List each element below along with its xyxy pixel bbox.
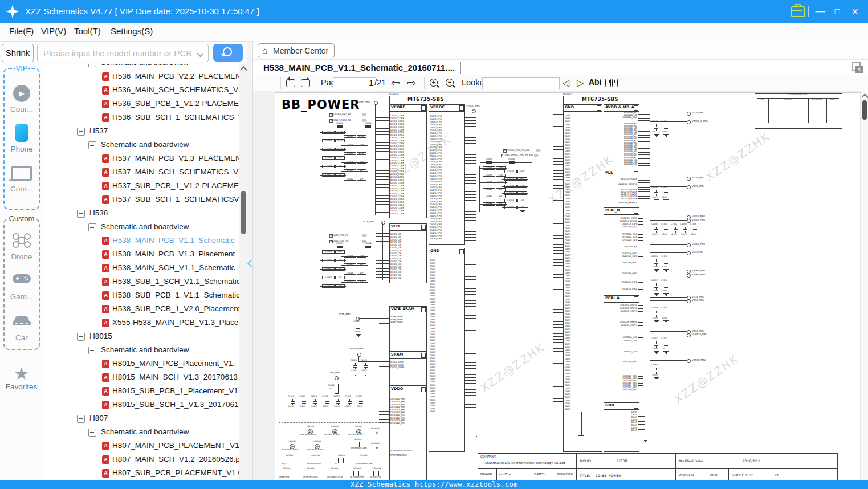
maximize-button[interactable]: □: [829, 3, 845, 19]
search-prev-icon[interactable]: ◁: [563, 78, 569, 88]
sidebar-item-car[interactable]: [5, 314, 39, 330]
tree-item[interactable]: Schematic and boardview: [43, 425, 239, 439]
tree-item-label[interactable]: H538_MAIN_PCB_V1.1_Schematic: [112, 234, 235, 247]
close-button[interactable]: ×: [847, 3, 863, 19]
minimize-button[interactable]: —: [812, 3, 828, 19]
tree-item[interactable]: Schematic and boardview: [43, 138, 239, 152]
sidebar-item-computer[interactable]: [5, 166, 39, 183]
tree-item-label[interactable]: H537_SUB_SCH_1_SCHEMATICSV1: [112, 193, 239, 206]
tree-scrollbar-thumb[interactable]: [241, 191, 246, 234]
tree-item[interactable]: AH8015_SUB_PCB_1_Placement_V1: [43, 384, 239, 398]
tree-item[interactable]: AH8015_MAIN_SCH_V1.3_20170613: [43, 370, 239, 384]
tree-item-label[interactable]: H807_MAIN_SCH_V1.2_20160526.p: [112, 453, 239, 466]
tree-item-label[interactable]: H538_MAIN_SCH_V1.1_Schematic: [112, 261, 235, 275]
collapse-icon[interactable]: [77, 128, 85, 136]
tree-item-label[interactable]: H536_MAIN_PCB_V2.2_PLACEMENT: [112, 70, 239, 83]
sidebar-item-course[interactable]: ▶: [5, 85, 39, 102]
viewer-scrollbar[interactable]: [860, 91, 868, 480]
shrink-button[interactable]: Shrink: [2, 44, 34, 62]
lookup-input[interactable]: [482, 77, 560, 89]
panel-splitter[interactable]: [247, 42, 252, 489]
tree-item[interactable]: AH807_MAIN_PCB_PLACEMENT_V1: [43, 439, 239, 453]
tree-item-label[interactable]: Schematic and boardview: [101, 64, 189, 70]
tree-item[interactable]: Schematic and boardview: [43, 64, 239, 70]
tree-item-label[interactable]: Schematic and boardview: [101, 425, 189, 439]
tree-item-label[interactable]: H538_SUB_PCB_1_V2.0_Placement: [112, 302, 239, 316]
tree-item[interactable]: AX555-H538_MAIN_PCB_V1.3_Place: [43, 316, 239, 329]
tree-item-label[interactable]: Schematic and boardview: [101, 220, 189, 234]
scroll-up-icon[interactable]: [240, 66, 247, 74]
tree-item[interactable]: AH538_MAIN_PCB_V1.3_Placement: [43, 247, 239, 261]
tree-item-label[interactable]: H537_SUB_PCB_1_V1.2-PLACEMEN: [112, 179, 239, 193]
tree-item[interactable]: AH536_MAIN_SCH_SCHEMATICS_V: [43, 83, 239, 97]
sidebar-item-favorites[interactable]: ★: [0, 365, 43, 382]
sidebar-item-favorites-label[interactable]: Favorites: [0, 382, 43, 391]
sidebar-item-phone-label[interactable]: Phone: [5, 145, 39, 153]
tree-item-label[interactable]: H8015_SUB_PCB_1_Placement_V1: [112, 384, 238, 398]
collapse-icon[interactable]: [88, 64, 96, 67]
two-page-view-icon[interactable]: [259, 78, 267, 88]
tree-item[interactable]: AH536_SUB_PCB_1_V1.2-PLACEMEN: [43, 97, 239, 111]
sidebar-item-game[interactable]: [5, 272, 39, 287]
chevron-down-icon[interactable]: [197, 50, 204, 58]
tree-item-label[interactable]: H536_SUB_PCB_1_V1.2-PLACEMEN: [112, 97, 239, 111]
toolbox-icon[interactable]: [791, 6, 805, 17]
tree-item[interactable]: AH538_SUB_PCB_1_V1.1_Schematic: [43, 288, 239, 302]
tree-item-label[interactable]: H536_SUB_SCH_1_SCHEMATICS_V: [112, 111, 239, 124]
rotate-right-icon[interactable]: [301, 79, 310, 87]
collapse-icon[interactable]: [77, 333, 85, 341]
tree-scrollbar[interactable]: [239, 64, 247, 489]
tree-item[interactable]: AH536_MAIN_PCB_V2.2_PLACEMENT: [43, 70, 239, 83]
search-button[interactable]: [213, 44, 243, 62]
binoculars-icon[interactable]: [605, 79, 618, 87]
tree-item[interactable]: AH537_SUB_SCH_1_SCHEMATICSV1: [43, 193, 239, 206]
rotate-left-icon[interactable]: [286, 79, 295, 87]
tree-item[interactable]: H538: [43, 206, 239, 220]
sidebar-item-car-label[interactable]: Car: [5, 333, 39, 342]
tree-item-label[interactable]: Schematic and boardview: [101, 343, 189, 357]
zoom-in-icon[interactable]: +: [430, 79, 438, 87]
collapse-icon[interactable]: [77, 210, 85, 218]
search-input[interactable]: [42, 44, 193, 62]
scroll-up-icon[interactable]: [861, 93, 868, 101]
sidebar-item-computer-label[interactable]: Com...: [5, 185, 39, 193]
tree-item-label[interactable]: H538_MAIN_PCB_V1.3_Placement: [112, 247, 235, 261]
tree-item[interactable]: AH538_MAIN_SCH_V1.1_Schematic: [43, 261, 239, 275]
tree-item[interactable]: AH8015_MAIN_PCB_Placement_V1.: [43, 357, 239, 370]
tree-item-label[interactable]: H536_MAIN_SCH_SCHEMATICS_V: [112, 83, 238, 97]
collapse-icon[interactable]: [88, 347, 96, 354]
document-tab[interactable]: H538_MAIN_PCB_V1.1_Schematic_20160711...…: [263, 63, 455, 72]
title-bar[interactable]: XZZ Schematics V4.77 [ VIP Due date: 202…: [0, 0, 868, 23]
sidebar-item-course-label[interactable]: Cour...: [5, 105, 39, 113]
collapse-icon[interactable]: [88, 141, 96, 149]
menu-vip[interactable]: VIP(V): [41, 26, 66, 36]
sidebar-item-phone[interactable]: [5, 124, 39, 144]
search-box[interactable]: [37, 44, 209, 62]
tree-item[interactable]: H807: [43, 411, 239, 425]
tree-item[interactable]: AH807_MAIN_SCH_V1.2_20160526.p: [43, 453, 239, 466]
tree-item-label[interactable]: H537_MAIN_SCH_SCHEMATICS_V: [112, 165, 238, 179]
sidebar-item-drone-label[interactable]: Drone: [5, 252, 39, 261]
tree-item-label[interactable]: H538: [89, 206, 108, 220]
tree-item-label[interactable]: Schematic and boardview: [101, 138, 189, 152]
tree-item-label[interactable]: H537: [89, 124, 108, 138]
tree-item-label[interactable]: X555-H538_MAIN_PCB_V1.3_Place: [112, 316, 238, 329]
collapse-icon[interactable]: [88, 223, 96, 231]
menu-file[interactable]: File(F): [9, 26, 34, 36]
tree-item[interactable]: AH538_SUB_PCB_1_V2.0_Placement: [43, 302, 239, 316]
two-page-view-icon[interactable]: [268, 78, 276, 88]
tree-item-label[interactable]: H807: [89, 411, 108, 425]
member-center-button[interactable]: ⌂ Member Center: [258, 43, 335, 58]
sidebar-item-drone[interactable]: [5, 232, 39, 251]
zoom-out-icon[interactable]: −: [446, 79, 454, 87]
tree-item-label[interactable]: H8015_MAIN_SCH_V1.3_20170613: [112, 370, 238, 384]
menu-tool[interactable]: Tool(T): [74, 26, 101, 36]
tree-item[interactable]: AH537_MAIN_PCB_V1.3_PLACEMENT: [43, 152, 239, 165]
tree-item[interactable]: AH536_SUB_SCH_1_SCHEMATICS_V: [43, 111, 239, 124]
tree-item-label[interactable]: H8015_MAIN_PCB_Placement_V1.: [112, 357, 235, 370]
tree-item-label[interactable]: H807_MAIN_PCB_PLACEMENT_V1: [112, 439, 239, 453]
tree-item[interactable]: AH538_SUB_1_SCH_V1.1_Schematic: [43, 275, 239, 288]
tree-item[interactable]: AH8015_SUB_SCH_1_V1.3_20170613: [43, 398, 239, 411]
tree-item[interactable]: H8015: [43, 329, 239, 343]
tree-item[interactable]: Schematic and boardview: [43, 343, 239, 357]
